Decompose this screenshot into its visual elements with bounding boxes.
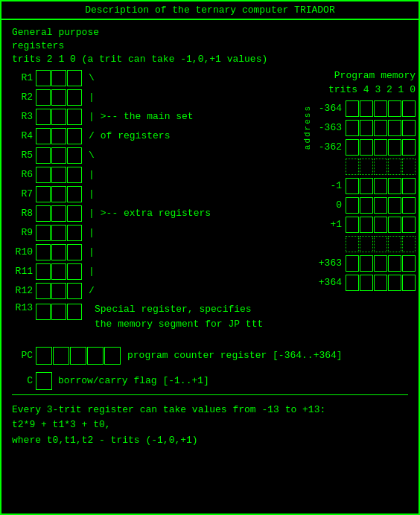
pm-cell xyxy=(346,100,359,117)
pm-cells xyxy=(345,178,416,194)
pm-cell xyxy=(388,100,401,117)
reg-cell xyxy=(51,225,66,241)
pm-row-plus364: +364 xyxy=(314,273,416,292)
reg-cells-r9 xyxy=(36,225,83,241)
pc-label: PC xyxy=(12,350,36,361)
annotation-r8: >-- extra registers xyxy=(101,204,211,223)
reg-label-r13: R13 xyxy=(12,302,36,313)
pm-cell xyxy=(360,217,373,233)
pm-header: Program memory trits 4 3 2 1 0 xyxy=(328,68,416,97)
pm-cell xyxy=(374,178,387,194)
reg-cell xyxy=(36,109,51,125)
reg-label-r7: R7 xyxy=(12,188,36,199)
reg-cells-r7 xyxy=(36,186,83,202)
pm-cell xyxy=(360,255,373,272)
register-row-r11: R11 | xyxy=(12,262,265,281)
carry-cell xyxy=(36,372,52,390)
register-row-r7: R7 | xyxy=(12,185,265,204)
reg-cells-r1 xyxy=(36,70,83,86)
reg-cell xyxy=(51,147,66,164)
pm-cell-dotted xyxy=(374,236,387,252)
bracket-r12: / xyxy=(89,281,95,301)
reg-cell xyxy=(36,147,51,164)
pm-cell xyxy=(388,178,401,194)
reg-cell xyxy=(67,186,82,202)
program-memory-col: Program memory trits 4 3 2 1 0 address xyxy=(303,68,416,292)
footer-line2: t2*9 + t1*3 + t0, xyxy=(12,418,408,433)
pm-cell xyxy=(360,178,373,194)
footer-line3: where t0,t1,t2 - trits (-1,0,+1) xyxy=(12,433,408,449)
reg-cells-r4 xyxy=(36,128,83,144)
pm-cell-dotted xyxy=(388,236,401,252)
pm-cell xyxy=(360,100,373,117)
header-line2: registers xyxy=(12,39,408,53)
pm-cell xyxy=(346,255,359,272)
pc-cell xyxy=(70,347,86,365)
pm-cell-dotted xyxy=(402,159,416,175)
pm-cell xyxy=(388,255,401,272)
pm-cell-dotted xyxy=(360,159,373,175)
reg-cell xyxy=(36,186,51,202)
pm-cells xyxy=(345,275,416,291)
pm-cell xyxy=(374,197,387,214)
pm-cell xyxy=(388,275,401,291)
bracket-r9: | xyxy=(89,223,95,243)
pm-cell-dotted xyxy=(346,159,359,175)
pm-addr-val: -363 xyxy=(314,122,345,133)
pm-row--363: -363 xyxy=(314,118,416,138)
pm-cells xyxy=(345,197,416,214)
reg-label-r1: R1 xyxy=(12,72,36,83)
pm-row--364: -364 xyxy=(314,99,416,118)
reg-cell xyxy=(51,244,66,260)
pm-cell xyxy=(346,197,359,214)
reg-cell xyxy=(67,167,82,183)
reg-cell xyxy=(36,283,51,299)
pm-cell xyxy=(402,197,416,214)
reg-cell xyxy=(67,225,82,241)
section-header: General purpose registers trits 2 1 0 (a… xyxy=(12,26,408,67)
main-window: Description of the ternary computer TRIA… xyxy=(0,0,420,515)
reg-cell xyxy=(36,167,51,183)
title-bar: Description of the ternary computer TRIA… xyxy=(1,1,419,20)
pm-cells-dotted xyxy=(345,236,416,252)
reg-cells-r10 xyxy=(36,244,83,260)
pm-row-0: 0 xyxy=(314,196,416,215)
register-row-r1: R1 \ xyxy=(12,68,265,88)
reg-cell xyxy=(67,283,82,299)
pm-cell xyxy=(388,139,401,156)
pc-cell xyxy=(36,347,52,365)
reg-cells-r6 xyxy=(36,167,83,183)
pm-row-plus363: +363 xyxy=(314,254,416,273)
reg-cell xyxy=(51,128,66,144)
pm-cell-dotted xyxy=(360,236,373,252)
reg-cell xyxy=(51,283,66,299)
header-line3: trits 2 1 0 (a trit can take -1,0,+1 val… xyxy=(12,53,408,66)
pm-addr-val: +364 xyxy=(314,277,345,288)
register-row-r3: R3 | >-- the main set xyxy=(12,107,265,127)
pm-cells xyxy=(345,120,416,136)
reg-cell xyxy=(67,244,82,260)
reg-cell xyxy=(67,89,82,106)
reg-cell xyxy=(51,167,66,183)
register-row-r9: R9 | xyxy=(12,223,265,243)
annotation-r13: Special register, specifiesthe memory se… xyxy=(95,302,263,333)
pm-cells xyxy=(345,255,416,272)
footer-line1: Every 3-trit register can take values fr… xyxy=(12,403,408,418)
content-area: General purpose registers trits 2 1 0 (a… xyxy=(1,20,419,455)
reg-label-r10: R10 xyxy=(12,246,36,258)
reg-cell xyxy=(67,147,82,164)
footer-section: Every 3-trit register can take values fr… xyxy=(12,403,408,449)
reg-cells-r8 xyxy=(36,205,83,222)
registers-left-col: R1 \ R2 | xyxy=(12,68,265,339)
bracket-r3: | xyxy=(89,107,95,127)
pm-cell xyxy=(402,139,416,156)
reg-cell xyxy=(67,205,82,222)
reg-cell xyxy=(51,186,66,202)
pm-cell-dotted xyxy=(346,236,359,252)
pc-cell xyxy=(53,347,69,365)
reg-label-r3: R3 xyxy=(12,111,36,122)
reg-label-r2: R2 xyxy=(12,92,36,103)
reg-cells-r12 xyxy=(36,283,83,299)
pm-addr-val: -362 xyxy=(314,141,345,153)
pm-cell xyxy=(402,100,416,117)
